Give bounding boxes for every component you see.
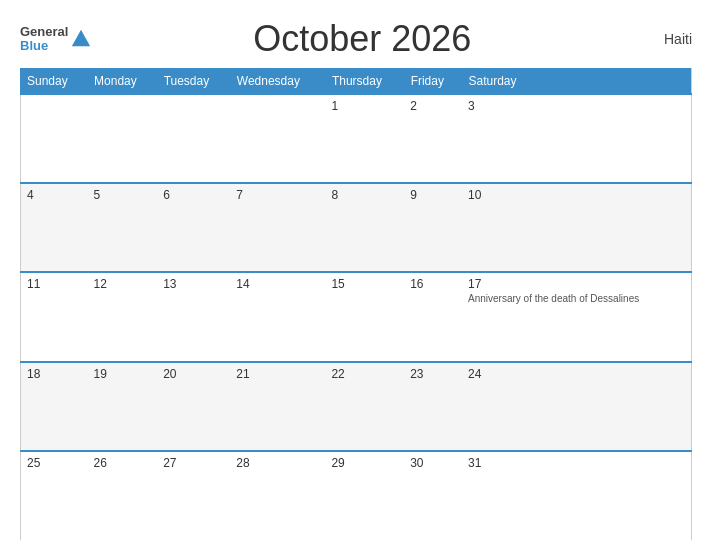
calendar-day-cell — [157, 94, 230, 183]
calendar-day-cell: 27 — [157, 451, 230, 540]
calendar-day-cell: 20 — [157, 362, 230, 451]
calendar-week-row: 11121314151617Anniversary of the death o… — [21, 272, 692, 361]
calendar-day-cell: 23 — [404, 362, 462, 451]
logo: General Blue — [20, 25, 92, 54]
calendar-day-cell: 1 — [325, 94, 404, 183]
day-number: 29 — [331, 456, 398, 470]
day-number: 6 — [163, 188, 224, 202]
header-sunday: Sunday — [21, 69, 88, 95]
day-number: 13 — [163, 277, 224, 291]
day-number: 31 — [468, 456, 685, 470]
calendar-day-cell: 28 — [230, 451, 325, 540]
calendar-day-cell: 14 — [230, 272, 325, 361]
logo-general: General — [20, 25, 68, 39]
calendar-day-cell: 26 — [88, 451, 158, 540]
calendar-day-cell: 29 — [325, 451, 404, 540]
page-header: General Blue October 2026 Haiti — [20, 18, 692, 60]
country-label: Haiti — [632, 31, 692, 47]
calendar-table: Sunday Monday Tuesday Wednesday Thursday… — [20, 68, 692, 540]
day-number: 16 — [410, 277, 456, 291]
day-number: 9 — [410, 188, 456, 202]
calendar-day-cell: 13 — [157, 272, 230, 361]
day-number: 18 — [27, 367, 82, 381]
calendar-week-row: 45678910 — [21, 183, 692, 272]
calendar-day-cell — [21, 94, 88, 183]
header-thursday: Thursday — [325, 69, 404, 95]
calendar-day-cell: 22 — [325, 362, 404, 451]
calendar-day-cell: 17Anniversary of the death of Dessalines — [462, 272, 692, 361]
calendar-day-cell: 30 — [404, 451, 462, 540]
logo-flag-icon — [70, 28, 92, 50]
calendar-title: October 2026 — [92, 18, 632, 60]
header-saturday: Saturday — [462, 69, 692, 95]
day-number: 27 — [163, 456, 224, 470]
calendar-day-cell — [230, 94, 325, 183]
day-number: 17 — [468, 277, 685, 291]
day-number: 24 — [468, 367, 685, 381]
day-number: 14 — [236, 277, 319, 291]
day-number: 3 — [468, 99, 685, 113]
day-number: 2 — [410, 99, 456, 113]
day-number: 4 — [27, 188, 82, 202]
calendar-day-cell: 5 — [88, 183, 158, 272]
day-number: 28 — [236, 456, 319, 470]
calendar-day-cell: 3 — [462, 94, 692, 183]
calendar-day-cell: 16 — [404, 272, 462, 361]
day-number: 8 — [331, 188, 398, 202]
logo-blue: Blue — [20, 39, 68, 53]
calendar-day-cell: 10 — [462, 183, 692, 272]
calendar-page: General Blue October 2026 Haiti Sunday M… — [0, 0, 712, 550]
header-wednesday: Wednesday — [230, 69, 325, 95]
day-number: 7 — [236, 188, 319, 202]
day-number: 23 — [410, 367, 456, 381]
calendar-week-row: 18192021222324 — [21, 362, 692, 451]
calendar-day-cell: 11 — [21, 272, 88, 361]
header-tuesday: Tuesday — [157, 69, 230, 95]
svg-marker-0 — [72, 30, 90, 47]
day-number: 30 — [410, 456, 456, 470]
day-number: 26 — [94, 456, 152, 470]
calendar-day-cell: 15 — [325, 272, 404, 361]
calendar-week-row: 25262728293031 — [21, 451, 692, 540]
calendar-day-cell: 6 — [157, 183, 230, 272]
calendar-header: Sunday Monday Tuesday Wednesday Thursday… — [21, 69, 692, 95]
calendar-day-cell: 7 — [230, 183, 325, 272]
day-number: 1 — [331, 99, 398, 113]
calendar-day-cell: 31 — [462, 451, 692, 540]
calendar-day-cell: 19 — [88, 362, 158, 451]
header-monday: Monday — [88, 69, 158, 95]
day-number: 10 — [468, 188, 685, 202]
day-number: 21 — [236, 367, 319, 381]
calendar-body: 1234567891011121314151617Anniversary of … — [21, 94, 692, 540]
calendar-day-cell: 18 — [21, 362, 88, 451]
calendar-day-cell: 2 — [404, 94, 462, 183]
day-number: 22 — [331, 367, 398, 381]
calendar-week-row: 123 — [21, 94, 692, 183]
day-number: 11 — [27, 277, 82, 291]
day-number: 5 — [94, 188, 152, 202]
calendar-day-cell — [88, 94, 158, 183]
calendar-day-cell: 25 — [21, 451, 88, 540]
holiday-label: Anniversary of the death of Dessalines — [468, 293, 639, 304]
logo-text: General Blue — [20, 25, 68, 54]
calendar-day-cell: 21 — [230, 362, 325, 451]
calendar-day-cell: 8 — [325, 183, 404, 272]
day-number: 25 — [27, 456, 82, 470]
calendar-day-cell: 4 — [21, 183, 88, 272]
day-number: 12 — [94, 277, 152, 291]
day-number: 19 — [94, 367, 152, 381]
weekday-header-row: Sunday Monday Tuesday Wednesday Thursday… — [21, 69, 692, 95]
calendar-day-cell: 9 — [404, 183, 462, 272]
day-number: 20 — [163, 367, 224, 381]
calendar-day-cell: 12 — [88, 272, 158, 361]
day-number: 15 — [331, 277, 398, 291]
header-friday: Friday — [404, 69, 462, 95]
calendar-day-cell: 24 — [462, 362, 692, 451]
